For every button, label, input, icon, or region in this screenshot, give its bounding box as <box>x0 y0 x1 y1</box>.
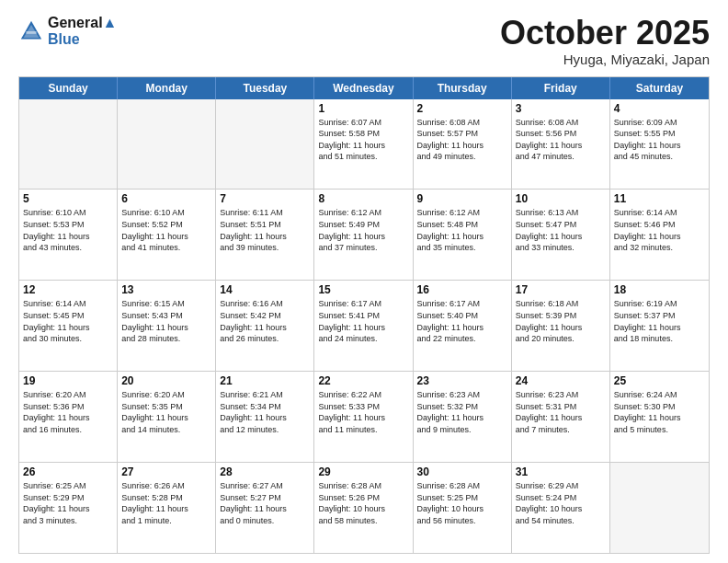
calendar-cell: 25Sunrise: 6:24 AM Sunset: 5:30 PM Dayli… <box>610 372 709 462</box>
page: General▲ Blue October 2025 Hyuga, Miyaza… <box>0 0 728 563</box>
calendar-cell: 21Sunrise: 6:21 AM Sunset: 5:34 PM Dayli… <box>216 372 314 462</box>
day-number: 28 <box>220 465 310 478</box>
calendar-cell: 26Sunrise: 6:25 AM Sunset: 5:29 PM Dayli… <box>19 463 118 553</box>
cell-info: Sunrise: 6:12 AM Sunset: 5:49 PM Dayligh… <box>318 207 408 253</box>
cell-info: Sunrise: 6:17 AM Sunset: 5:41 PM Dayligh… <box>318 298 408 344</box>
cell-info: Sunrise: 6:21 AM Sunset: 5:34 PM Dayligh… <box>220 389 310 435</box>
cell-info: Sunrise: 6:24 AM Sunset: 5:30 PM Dayligh… <box>614 389 705 435</box>
cell-info: Sunrise: 6:26 AM Sunset: 5:28 PM Dayligh… <box>121 480 211 526</box>
day-number: 20 <box>121 374 211 387</box>
cell-info: Sunrise: 6:28 AM Sunset: 5:26 PM Dayligh… <box>318 480 408 526</box>
calendar-cell: 18Sunrise: 6:19 AM Sunset: 5:37 PM Dayli… <box>610 281 709 371</box>
calendar-cell: 1Sunrise: 6:07 AM Sunset: 5:58 PM Daylig… <box>314 99 413 190</box>
calendar-cell: 13Sunrise: 6:15 AM Sunset: 5:43 PM Dayli… <box>118 281 216 371</box>
calendar-cell: 6Sunrise: 6:10 AM Sunset: 5:52 PM Daylig… <box>118 190 216 280</box>
calendar-cell: 11Sunrise: 6:14 AM Sunset: 5:46 PM Dayli… <box>610 190 709 280</box>
day-number: 27 <box>121 465 211 478</box>
calendar-cell: 24Sunrise: 6:23 AM Sunset: 5:31 PM Dayli… <box>512 372 610 462</box>
day-number: 26 <box>23 465 113 478</box>
location: Hyuga, Miyazaki, Japan <box>500 52 710 67</box>
day-number: 1 <box>318 102 408 115</box>
title-block: October 2025 Hyuga, Miyazaki, Japan <box>500 15 710 67</box>
calendar-cell: 14Sunrise: 6:16 AM Sunset: 5:42 PM Dayli… <box>216 281 314 371</box>
calendar-cell <box>610 463 709 553</box>
day-number: 6 <box>121 192 211 205</box>
calendar-row: 5Sunrise: 6:10 AM Sunset: 5:53 PM Daylig… <box>19 189 709 280</box>
cell-info: Sunrise: 6:13 AM Sunset: 5:47 PM Dayligh… <box>516 207 606 253</box>
logo-icon <box>18 18 44 44</box>
day-number: 14 <box>220 283 310 296</box>
calendar-cell: 2Sunrise: 6:08 AM Sunset: 5:57 PM Daylig… <box>414 99 512 190</box>
cell-info: Sunrise: 6:08 AM Sunset: 5:56 PM Dayligh… <box>516 117 606 163</box>
day-number: 24 <box>516 374 606 387</box>
weekday-header: Friday <box>512 77 610 99</box>
weekday-header: Saturday <box>610 77 709 99</box>
cell-info: Sunrise: 6:27 AM Sunset: 5:27 PM Dayligh… <box>220 480 310 526</box>
calendar-cell <box>216 99 314 190</box>
header: General▲ Blue October 2025 Hyuga, Miyaza… <box>18 15 710 67</box>
calendar-cell: 30Sunrise: 6:28 AM Sunset: 5:25 PM Dayli… <box>414 463 512 553</box>
day-number: 15 <box>318 283 408 296</box>
cell-info: Sunrise: 6:28 AM Sunset: 5:25 PM Dayligh… <box>417 480 507 526</box>
calendar-cell: 10Sunrise: 6:13 AM Sunset: 5:47 PM Dayli… <box>512 190 610 280</box>
calendar-cell: 3Sunrise: 6:08 AM Sunset: 5:56 PM Daylig… <box>512 99 610 190</box>
calendar-row: 19Sunrise: 6:20 AM Sunset: 5:36 PM Dayli… <box>19 371 709 462</box>
calendar-cell: 8Sunrise: 6:12 AM Sunset: 5:49 PM Daylig… <box>314 190 413 280</box>
cell-info: Sunrise: 6:12 AM Sunset: 5:48 PM Dayligh… <box>417 207 507 253</box>
logo: General▲ Blue <box>18 15 117 48</box>
cell-info: Sunrise: 6:22 AM Sunset: 5:33 PM Dayligh… <box>318 389 408 435</box>
cell-info: Sunrise: 6:15 AM Sunset: 5:43 PM Dayligh… <box>121 298 211 344</box>
calendar-cell: 23Sunrise: 6:23 AM Sunset: 5:32 PM Dayli… <box>414 372 512 462</box>
calendar-cell <box>19 99 118 190</box>
calendar-cell: 29Sunrise: 6:28 AM Sunset: 5:26 PM Dayli… <box>314 463 413 553</box>
calendar-cell <box>118 99 216 190</box>
day-number: 11 <box>614 192 705 205</box>
calendar-cell: 15Sunrise: 6:17 AM Sunset: 5:41 PM Dayli… <box>314 281 413 371</box>
day-number: 21 <box>220 374 310 387</box>
cell-info: Sunrise: 6:18 AM Sunset: 5:39 PM Dayligh… <box>516 298 606 344</box>
day-number: 23 <box>417 374 507 387</box>
calendar-cell: 4Sunrise: 6:09 AM Sunset: 5:55 PM Daylig… <box>610 99 709 190</box>
cell-info: Sunrise: 6:20 AM Sunset: 5:35 PM Dayligh… <box>121 389 211 435</box>
calendar: SundayMondayTuesdayWednesdayThursdayFrid… <box>18 76 710 554</box>
calendar-row: 12Sunrise: 6:14 AM Sunset: 5:45 PM Dayli… <box>19 280 709 371</box>
calendar-body: 1Sunrise: 6:07 AM Sunset: 5:58 PM Daylig… <box>19 99 709 553</box>
calendar-cell: 16Sunrise: 6:17 AM Sunset: 5:40 PM Dayli… <box>414 281 512 371</box>
svg-rect-2 <box>26 31 36 34</box>
day-number: 22 <box>318 374 408 387</box>
day-number: 18 <box>614 283 705 296</box>
calendar-cell: 28Sunrise: 6:27 AM Sunset: 5:27 PM Dayli… <box>216 463 314 553</box>
day-number: 19 <box>23 374 113 387</box>
day-number: 16 <box>417 283 507 296</box>
weekday-header: Tuesday <box>216 77 314 99</box>
day-number: 17 <box>516 283 606 296</box>
cell-info: Sunrise: 6:25 AM Sunset: 5:29 PM Dayligh… <box>23 480 113 526</box>
day-number: 2 <box>417 102 507 115</box>
cell-info: Sunrise: 6:17 AM Sunset: 5:40 PM Dayligh… <box>417 298 507 344</box>
day-number: 29 <box>318 465 408 478</box>
day-number: 5 <box>23 192 113 205</box>
calendar-header: SundayMondayTuesdayWednesdayThursdayFrid… <box>19 77 709 99</box>
day-number: 7 <box>220 192 310 205</box>
calendar-row: 26Sunrise: 6:25 AM Sunset: 5:29 PM Dayli… <box>19 462 709 553</box>
day-number: 10 <box>516 192 606 205</box>
month-title: October 2025 <box>500 15 710 52</box>
weekday-header: Monday <box>118 77 216 99</box>
cell-info: Sunrise: 6:29 AM Sunset: 5:24 PM Dayligh… <box>516 480 606 526</box>
day-number: 30 <box>417 465 507 478</box>
weekday-header: Wednesday <box>314 77 413 99</box>
cell-info: Sunrise: 6:10 AM Sunset: 5:52 PM Dayligh… <box>121 207 211 253</box>
day-number: 31 <box>516 465 606 478</box>
weekday-header: Thursday <box>414 77 512 99</box>
cell-info: Sunrise: 6:19 AM Sunset: 5:37 PM Dayligh… <box>614 298 705 344</box>
cell-info: Sunrise: 6:23 AM Sunset: 5:31 PM Dayligh… <box>516 389 606 435</box>
calendar-cell: 27Sunrise: 6:26 AM Sunset: 5:28 PM Dayli… <box>118 463 216 553</box>
cell-info: Sunrise: 6:14 AM Sunset: 5:45 PM Dayligh… <box>23 298 113 344</box>
calendar-row: 1Sunrise: 6:07 AM Sunset: 5:58 PM Daylig… <box>19 99 709 190</box>
calendar-cell: 19Sunrise: 6:20 AM Sunset: 5:36 PM Dayli… <box>19 372 118 462</box>
day-number: 13 <box>121 283 211 296</box>
cell-info: Sunrise: 6:14 AM Sunset: 5:46 PM Dayligh… <box>614 207 705 253</box>
day-number: 3 <box>516 102 606 115</box>
weekday-header: Sunday <box>19 77 118 99</box>
cell-info: Sunrise: 6:10 AM Sunset: 5:53 PM Dayligh… <box>23 207 113 253</box>
